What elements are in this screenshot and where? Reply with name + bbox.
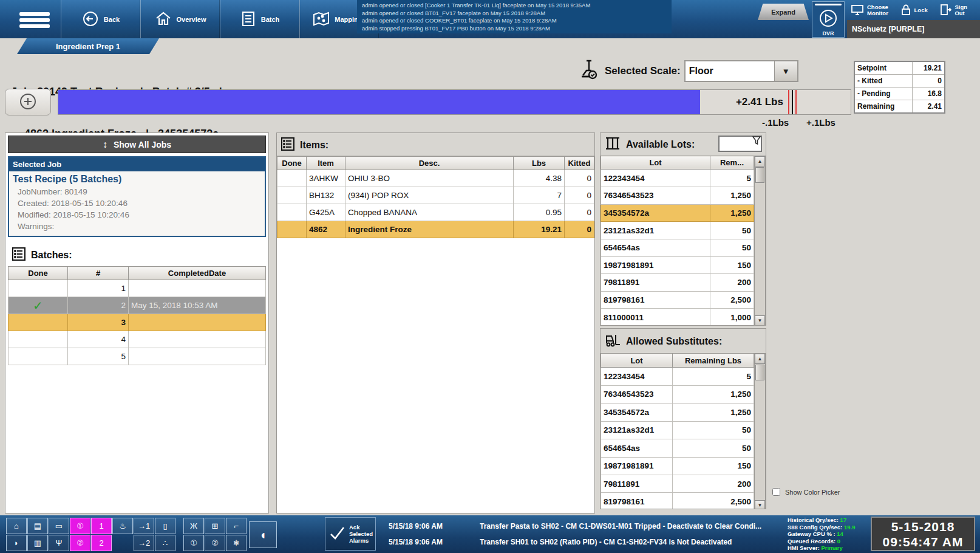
cheese-icon[interactable]: ◗ xyxy=(6,535,27,551)
transfer-1-icon[interactable]: →1 xyxy=(134,518,154,534)
jobs-panel: ↕Show All Jobs Selected Job Test Recipe … xyxy=(5,132,269,514)
scroll-thumb[interactable] xyxy=(755,365,764,380)
lot-row[interactable]: 79811891200 xyxy=(601,274,754,292)
column-header[interactable]: # xyxy=(68,267,129,280)
items-header: Items: xyxy=(277,133,594,156)
batch-row[interactable]: 4 xyxy=(9,331,266,348)
add-weight-button[interactable] xyxy=(5,89,51,115)
lot-row[interactable]: 8110000111,000 xyxy=(601,309,754,326)
clipboard-icon[interactable]: ▤ xyxy=(27,518,48,534)
mixer-icon[interactable]: Ψ xyxy=(49,535,69,551)
noodles-icon[interactable]: ♨ xyxy=(112,518,133,534)
scroll-down-button[interactable]: ▼ xyxy=(755,500,765,509)
datetime-display: 5-15-2018 09:54:47 AM xyxy=(871,517,975,551)
column-header[interactable]: Done xyxy=(9,267,68,280)
lot-row[interactable]: 23121as32d150 xyxy=(601,222,754,239)
available-lots-panel: Available Lots: Lot Rem... 1223434545 76… xyxy=(600,132,766,326)
jug-1-icon[interactable]: ① xyxy=(183,535,204,551)
column-header[interactable]: Item xyxy=(307,157,345,170)
tab-ingredient-prep-1[interactable]: Ingredient Prep 1 xyxy=(17,38,159,54)
scroll-up-button[interactable]: ▲ xyxy=(755,354,765,364)
column-header[interactable]: CompletedDate xyxy=(129,267,266,280)
alarm-message: Transfer Pasta to SH02 - CM C1-DWS01-M01… xyxy=(480,522,761,531)
substitutes-scrollbar: ▲ ▼ xyxy=(754,353,766,509)
column-header[interactable]: Desc. xyxy=(345,157,514,170)
lot-row[interactable]: 1223434545 xyxy=(601,170,754,187)
cheese-large-icon[interactable]: ◖ xyxy=(249,521,277,548)
substitute-row[interactable]: 19871981891150 xyxy=(601,457,754,475)
column-header[interactable]: Remaining Lbs xyxy=(673,354,754,368)
column-header[interactable]: Lbs xyxy=(514,157,565,170)
job-modified: Modified: 2018-05-15 10:20:46 xyxy=(9,209,265,221)
tank-2-icon[interactable]: 2 xyxy=(91,535,112,551)
ack-selected-alarms-button[interactable]: Ack Selected Alarms xyxy=(325,517,376,551)
lot-row[interactable]: 654654as50 xyxy=(601,239,754,256)
alarm-row[interactable]: 5/15/18 9:06 AM Transfer Pasta to SH02 -… xyxy=(389,518,786,534)
package-icon[interactable]: ▭ xyxy=(49,518,69,534)
column-header[interactable]: Rem... xyxy=(710,156,754,170)
lot-row[interactable]: 8197981612,500 xyxy=(601,291,754,309)
substitute-row[interactable]: 763465435231,250 xyxy=(601,385,754,403)
column-header[interactable]: Lot xyxy=(601,156,710,170)
show-color-picker-checkbox[interactable] xyxy=(772,488,780,496)
show-color-picker[interactable]: Show Color Picker xyxy=(770,486,840,498)
lot-row[interactable]: 19871981891150 xyxy=(601,256,754,274)
sign-out-button[interactable]: Sign Out xyxy=(936,0,980,20)
empty-slot xyxy=(112,535,133,551)
home-icon[interactable]: ⌂ xyxy=(6,518,27,534)
bug-icon[interactable]: Ж xyxy=(183,518,204,534)
bottom-toolbar: ⌂ ▤ ▭ ① 1 ♨ →1 ▯ ◗ ▥ Ψ ② 2 →2 ∴ Ж ⊞ ⌐ ① … xyxy=(0,515,980,553)
lot-row[interactable]: 763465435231,250 xyxy=(601,187,754,205)
batch-button[interactable]: Batch xyxy=(220,0,299,38)
lock-button[interactable]: Lock xyxy=(892,0,936,20)
transfer-2-icon[interactable]: →2 xyxy=(134,535,154,551)
hamburger-icon xyxy=(19,12,50,16)
substitute-row[interactable]: 654654as50 xyxy=(601,439,754,457)
forklift-icon[interactable]: ⌐ xyxy=(226,518,247,534)
lot-row-selected[interactable]: 345354572a1,250 xyxy=(601,204,754,222)
bottle-icon[interactable]: ▯ xyxy=(155,518,175,534)
column-header[interactable]: Lot xyxy=(601,354,673,368)
jug-2-icon[interactable]: ② xyxy=(205,535,225,551)
substitute-row[interactable]: 23121as32d150 xyxy=(601,421,754,439)
scale-dropdown[interactable]: Floor ▼ xyxy=(684,60,798,82)
item-row[interactable]: BH132(934I) POP ROX70 xyxy=(277,187,594,204)
session-cluster: Choose Monitor Lock Sign Out NSchuetz [P… xyxy=(847,0,980,38)
overview-button[interactable]: Overview xyxy=(140,0,220,38)
substitute-row[interactable]: 79811891200 xyxy=(601,475,754,492)
menu-button[interactable] xyxy=(16,5,53,33)
spray-icon[interactable]: ∴ xyxy=(155,535,175,551)
item-row[interactable]: 3AHKWOHIU 3-BO4.380 xyxy=(277,170,594,187)
logged-in-user: NSchuetz [PURPLE] xyxy=(847,20,980,38)
column-header[interactable]: Kitted xyxy=(565,157,594,170)
scroll-down-button[interactable]: ▼ xyxy=(755,315,765,326)
choose-monitor-button[interactable]: Choose Monitor xyxy=(847,0,892,20)
barrel-icon[interactable]: ▥ xyxy=(27,535,48,551)
scale-dropdown-value: Floor xyxy=(686,61,774,81)
cooker-1-icon[interactable]: ① xyxy=(70,518,90,534)
lots-filter xyxy=(718,136,762,152)
scroll-thumb[interactable] xyxy=(755,167,764,183)
substitute-row[interactable]: 8197981612,500 xyxy=(601,493,754,509)
alarm-row[interactable]: 5/15/18 9:06 AM Transfer SH01 to SH02 (R… xyxy=(389,534,786,550)
show-all-jobs-button[interactable]: ↕Show All Jobs xyxy=(8,136,266,153)
cooker-2-icon[interactable]: ② xyxy=(70,535,90,551)
column-header[interactable]: Done xyxy=(277,157,307,170)
tank-1-icon[interactable]: 1 xyxy=(91,518,112,534)
batch-row-done[interactable]: ✓2May 15, 2018 10:53 AM xyxy=(9,297,266,314)
substitute-row[interactable]: 1223434545 xyxy=(601,368,754,385)
cart-icon[interactable]: ⊞ xyxy=(205,518,225,534)
back-button[interactable]: Back xyxy=(61,0,140,38)
batch-row[interactable]: 1 xyxy=(9,280,266,297)
batch-row-selected[interactable]: 3 xyxy=(9,314,266,331)
chevron-down-icon[interactable]: ▼ xyxy=(774,61,797,81)
snowflake-icon[interactable]: ❄ xyxy=(226,535,247,551)
dvr-button[interactable]: DVR xyxy=(812,1,845,38)
scroll-up-button[interactable]: ▲ xyxy=(755,156,765,167)
weight-value: 16.8 xyxy=(913,88,945,100)
item-row[interactable]: G425AChopped BANANA0.950 xyxy=(277,204,594,221)
batch-row[interactable]: 5 xyxy=(9,348,266,365)
substitute-row[interactable]: 345354572a1,250 xyxy=(601,404,754,421)
item-row-selected[interactable]: 4862Ingredient Froze19.210 xyxy=(277,221,594,238)
expand-button[interactable]: Expand xyxy=(758,4,809,20)
